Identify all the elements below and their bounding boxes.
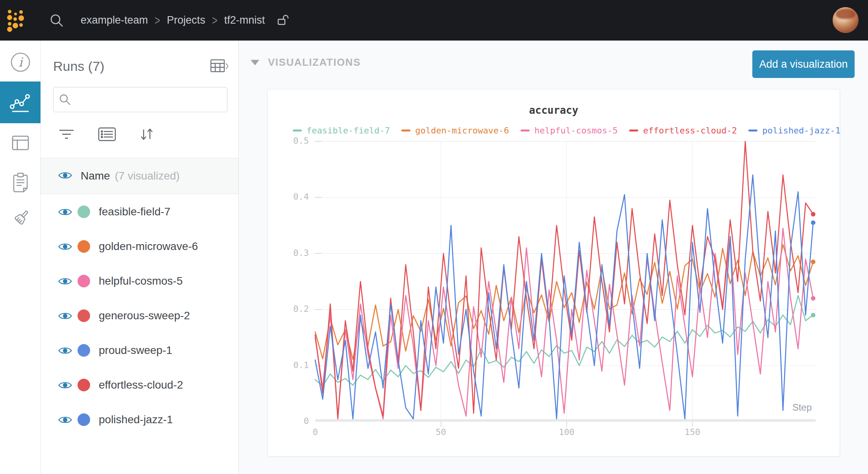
- y-axis-tick-label: 0.3: [277, 248, 309, 258]
- wandb-project-page: example-team > Projects > tf2-mnist i: [0, 0, 868, 474]
- run-color-dot: [78, 344, 90, 357]
- user-avatar[interactable]: [833, 7, 859, 33]
- run-color-dot: [78, 240, 90, 253]
- run-row[interactable]: effortless-cloud-2: [41, 368, 238, 402]
- y-axis-tick-label: 0.4: [277, 192, 309, 202]
- run-name[interactable]: polished-jazz-1: [99, 413, 173, 426]
- add-visualization-button[interactable]: Add a visualization: [752, 50, 855, 78]
- chart-title: accuracy: [268, 104, 840, 116]
- toggle-all-visibility-icon[interactable]: [58, 170, 72, 182]
- legend-dash-icon: [748, 130, 757, 131]
- runs-sidebar: Runs (7): [41, 41, 239, 474]
- run-name[interactable]: helpful-cosmos-5: [99, 275, 183, 287]
- breadcrumb: example-team > Projects > tf2-mnist: [81, 0, 290, 41]
- y-axis-tick-label: 0.1: [277, 360, 309, 370]
- left-icon-rail: i: [0, 41, 41, 474]
- run-row[interactable]: proud-sweep-1: [41, 333, 238, 368]
- run-list-header: Name (7 visualized): [41, 158, 238, 194]
- visualizations-section-label: VISUALIZATIONS: [268, 56, 361, 69]
- breadcrumb-team[interactable]: example-team: [81, 14, 148, 26]
- collapse-triangle-icon: [251, 60, 259, 65]
- legend-series-name: effortless-cloud-2: [643, 126, 737, 135]
- y-axis-tick-label: 0.5: [277, 136, 309, 146]
- visibility-eye-icon[interactable]: [58, 242, 72, 252]
- visibility-eye-icon[interactable]: [58, 380, 72, 390]
- svg-text:i: i: [18, 55, 23, 70]
- legend-item[interactable]: polished-jazz-1: [748, 126, 840, 135]
- run-name[interactable]: golden-microwave-6: [99, 240, 198, 253]
- legend-series-name: helpful-cosmos-5: [534, 126, 618, 135]
- tab-overview-info[interactable]: i: [0, 44, 41, 80]
- tab-table[interactable]: [0, 125, 41, 161]
- run-row[interactable]: feasible-field-7: [41, 194, 238, 229]
- visibility-eye-icon[interactable]: [58, 311, 72, 321]
- tab-notes[interactable]: [0, 165, 41, 200]
- clipboard-icon: [10, 171, 31, 193]
- search-icon: [59, 94, 71, 106]
- filter-funnel-icon: [58, 128, 75, 141]
- run-name[interactable]: proud-sweep-1: [99, 344, 172, 357]
- legend-item[interactable]: golden-microwave-6: [401, 126, 509, 135]
- legend-dash-icon: [521, 130, 530, 131]
- run-name[interactable]: generous-sweep-2: [99, 309, 190, 322]
- expand-run-table-button[interactable]: [210, 59, 228, 74]
- tab-charts-active[interactable]: [0, 81, 41, 123]
- line-chart-icon: [9, 91, 32, 114]
- visualizations-section-toggle[interactable]: VISUALIZATIONS: [251, 56, 361, 69]
- run-row[interactable]: polished-jazz-1: [41, 402, 238, 437]
- top-navbar: example-team > Projects > tf2-mnist: [0, 0, 868, 41]
- breadcrumb-projects[interactable]: Projects: [167, 14, 205, 26]
- line-chart: [315, 141, 816, 422]
- legend-dash-icon: [401, 130, 410, 131]
- breadcrumb-project-name[interactable]: tf2-mnist: [224, 14, 265, 26]
- run-row[interactable]: generous-sweep-2: [41, 298, 238, 333]
- run-table-icon: [210, 59, 228, 74]
- accuracy-chart-panel[interactable]: accuracy feasible-field-7golden-microwav…: [267, 89, 840, 457]
- wandb-logo-icon[interactable]: [6, 9, 24, 31]
- visibility-eye-icon[interactable]: [58, 170, 72, 180]
- x-axis-tick-label: 50: [423, 427, 459, 437]
- runs-header: Runs (7): [53, 54, 228, 78]
- legend-series-name: golden-microwave-6: [415, 126, 509, 135]
- tab-sweeps[interactable]: [0, 201, 41, 237]
- legend-series-name: polished-jazz-1: [762, 126, 840, 135]
- x-axis-tick-label: 150: [675, 427, 710, 437]
- run-row[interactable]: helpful-cosmos-5: [41, 264, 238, 298]
- workspace-main: VISUALIZATIONS Add a visualization accur…: [239, 41, 868, 474]
- breadcrumb-separator: >: [155, 13, 160, 28]
- run-color-dot: [78, 309, 90, 322]
- run-color-dot: [78, 206, 90, 218]
- sort-button[interactable]: [139, 126, 155, 142]
- legend-dash-icon: [293, 130, 302, 131]
- run-row[interactable]: golden-microwave-6: [41, 229, 238, 264]
- run-search-box: [53, 87, 227, 112]
- legend-item[interactable]: helpful-cosmos-5: [521, 126, 618, 135]
- run-color-dot: [78, 379, 90, 391]
- run-list-tools: [58, 124, 155, 144]
- visibility-eye-icon[interactable]: [58, 276, 72, 286]
- name-column-label: Name: [81, 170, 110, 182]
- filter-button[interactable]: [58, 128, 75, 141]
- search-icon[interactable]: [50, 13, 64, 28]
- runs-count-title: Runs (7): [53, 59, 104, 74]
- y-axis-tick-label: 0: [277, 416, 309, 426]
- legend-series-name: feasible-field-7: [307, 126, 390, 135]
- info-icon: i: [10, 52, 31, 73]
- chart-legend: feasible-field-7golden-microwave-6helpfu…: [293, 126, 840, 135]
- legend-item[interactable]: effortless-cloud-2: [629, 126, 737, 135]
- visibility-eye-icon[interactable]: [58, 207, 72, 217]
- broom-icon: [9, 208, 31, 230]
- list-icon: [98, 127, 116, 141]
- visibility-eye-icon[interactable]: [58, 346, 72, 356]
- x-axis-tick-label: 100: [549, 427, 584, 437]
- group-button[interactable]: [98, 127, 116, 141]
- legend-dash-icon: [629, 130, 638, 131]
- run-name[interactable]: feasible-field-7: [99, 206, 170, 218]
- visibility-eye-icon[interactable]: [58, 415, 72, 425]
- breadcrumb-separator: >: [212, 13, 218, 28]
- legend-item[interactable]: feasible-field-7: [293, 126, 390, 135]
- run-search-input[interactable]: [76, 94, 222, 106]
- run-name[interactable]: effortless-cloud-2: [99, 379, 183, 391]
- run-color-dot: [78, 413, 90, 426]
- plot-area[interactable]: Step 00.10.20.30.40.5050100150: [315, 141, 816, 422]
